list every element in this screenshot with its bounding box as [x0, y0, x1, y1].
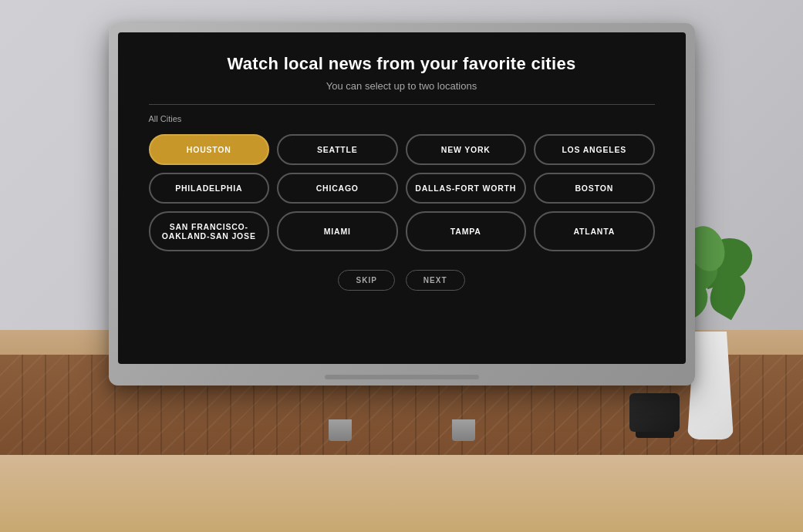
- city-button-new-york[interactable]: NEW YORK: [406, 134, 527, 165]
- city-button-los-angeles[interactable]: LOS ANGELES: [534, 134, 655, 165]
- tv-stand: [278, 419, 525, 441]
- tv-screen: Watch local news from your favorite citi…: [118, 32, 686, 364]
- cities-grid: HOUSTON SEATTLE NEW YORK LOS ANGELES PHI…: [149, 134, 655, 251]
- city-button-miami[interactable]: MIAMI: [277, 211, 398, 251]
- city-button-boston[interactable]: BOSTON: [534, 173, 655, 204]
- city-button-atlanta[interactable]: ATLANTA: [534, 211, 655, 251]
- screen-subtitle: You can select up to two locations: [326, 80, 477, 92]
- city-button-seattle[interactable]: SEATTLE: [277, 134, 398, 165]
- next-button[interactable]: NEXT: [406, 270, 465, 291]
- city-button-dallas-fort-worth[interactable]: DALLAS-FORT WORTH: [406, 173, 527, 204]
- city-button-san-francisco[interactable]: SAN FRANCISCO-OAKLAND-SAN JOSE: [149, 211, 270, 251]
- city-button-tampa[interactable]: TAMPA: [406, 211, 527, 251]
- city-button-philadelphia[interactable]: PHILADELPHIA: [149, 173, 270, 204]
- screen-title: Watch local news from your favorite citi…: [228, 54, 576, 74]
- city-button-houston[interactable]: HOUSTON: [149, 134, 270, 165]
- city-button-chicago[interactable]: CHICAGO: [277, 173, 398, 204]
- divider: [149, 104, 655, 105]
- tv-leg-right: [452, 419, 475, 441]
- action-buttons: SKIP NEXT: [338, 270, 464, 291]
- floor: [0, 455, 803, 532]
- firetv-device: [629, 393, 680, 432]
- skip-button[interactable]: SKIP: [338, 270, 394, 291]
- tv-bottom-strip: [325, 375, 479, 379]
- all-cities-label: All Cities: [149, 114, 182, 123]
- tv-frame: Watch local news from your favorite citi…: [109, 23, 695, 386]
- tv-leg-left: [329, 419, 352, 441]
